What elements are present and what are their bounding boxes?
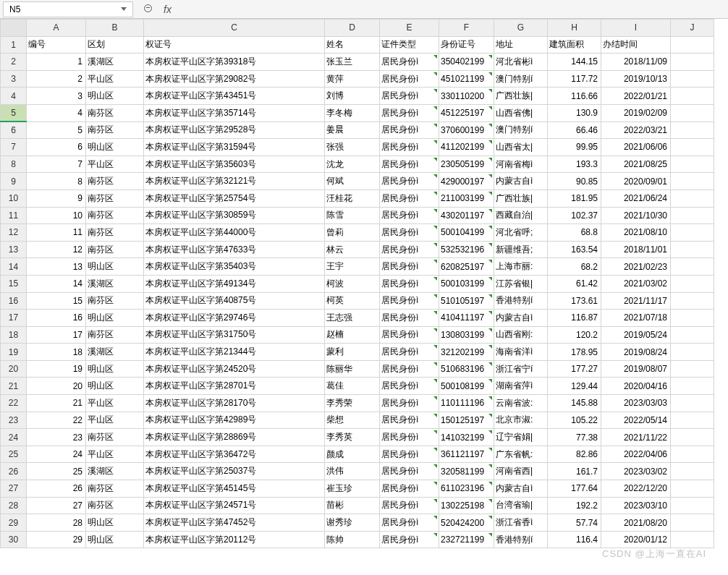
cell[interactable]: 130803199 <box>439 326 494 344</box>
cell[interactable] <box>671 36 714 54</box>
cell[interactable]: 广西壮族| <box>494 189 548 207</box>
cell[interactable]: 张强 <box>325 139 380 156</box>
cell[interactable]: 68.2 <box>548 258 601 276</box>
cell[interactable]: 南芬区 <box>86 480 144 498</box>
row-header[interactable]: 26 <box>1 463 27 480</box>
cell[interactable]: 西藏自治| <box>494 207 548 224</box>
cell[interactable]: 山西省太| <box>494 139 548 156</box>
cell[interactable]: 66.46 <box>548 122 601 139</box>
cell[interactable]: 90.85 <box>548 173 601 190</box>
cell[interactable]: 王志强 <box>325 310 380 327</box>
cell[interactable]: 居民身份ì <box>380 54 439 71</box>
cell[interactable] <box>671 344 714 361</box>
cell[interactable]: 居民身份ì <box>380 412 439 429</box>
cell[interactable]: 李秀英 <box>325 429 380 446</box>
cell[interactable] <box>671 480 714 498</box>
cell[interactable]: 本房权证平山区字第35714号 <box>144 104 325 122</box>
cell[interactable] <box>671 122 714 139</box>
cell[interactable]: 本房权证平山区字第24571号 <box>144 497 325 514</box>
cell[interactable]: 南芬区 <box>86 241 144 258</box>
cell[interactable]: 20 <box>27 378 86 395</box>
cell[interactable]: 明山区 <box>86 139 144 156</box>
cell[interactable]: 本房权证平山区字第35403号 <box>144 258 325 276</box>
cell[interactable]: 429000197 <box>439 173 494 190</box>
cell[interactable] <box>671 531 714 548</box>
cell[interactable] <box>671 360 714 378</box>
cell[interactable]: 湖南省萍ì <box>494 378 548 395</box>
cell[interactable]: 145.88 <box>548 395 601 412</box>
cell[interactable]: 编号 <box>27 36 86 54</box>
column-header-D[interactable]: D <box>325 20 380 37</box>
row-header[interactable]: 28 <box>1 497 27 514</box>
cell[interactable]: 居民身份ì <box>380 446 439 463</box>
cell[interactable]: 620825197 <box>439 258 494 276</box>
cell[interactable]: 2020/01/12 <box>601 531 671 548</box>
cell[interactable]: 178.95 <box>548 344 601 361</box>
cell[interactable]: 本房权证平山区字第28170号 <box>144 395 325 412</box>
row-header[interactable]: 21 <box>1 378 27 395</box>
cell[interactable]: 2019/08/24 <box>601 344 671 361</box>
cell[interactable] <box>671 241 714 258</box>
cell[interactable]: 29 <box>27 531 86 548</box>
cell[interactable]: 2022/05/14 <box>601 412 671 429</box>
cell[interactable]: 26 <box>27 480 86 498</box>
cell[interactable]: 2022/12/20 <box>601 480 671 498</box>
cell[interactable] <box>671 292 714 310</box>
cell[interactable]: 本房权证平山区字第30859号 <box>144 207 325 224</box>
cell[interactable] <box>671 70 714 88</box>
cell[interactable]: 177.64 <box>548 480 601 498</box>
cell[interactable]: 地址 <box>494 36 548 54</box>
row-header[interactable]: 5 <box>1 104 27 122</box>
cell[interactable]: 本房权证平山区字第39318号 <box>144 54 325 71</box>
cell[interactable]: 82.86 <box>548 446 601 463</box>
cell[interactable]: 16 <box>27 310 86 327</box>
column-header-I[interactable]: I <box>601 20 671 37</box>
cell[interactable]: 南芬区 <box>86 173 144 190</box>
row-header[interactable]: 9 <box>1 173 27 190</box>
cell[interactable]: 澳门特别í <box>494 122 548 139</box>
row-header[interactable]: 15 <box>1 275 27 292</box>
cell[interactable]: 溪湖区 <box>86 463 144 480</box>
cell[interactable]: 11 <box>27 224 86 242</box>
cell[interactable]: 居民身份ì <box>380 344 439 361</box>
row-header[interactable]: 27 <box>1 480 27 498</box>
cell[interactable]: 刘博 <box>325 88 380 105</box>
cell[interactable]: 本房权证平山区字第29528号 <box>144 122 325 139</box>
cell[interactable]: 居民身份ì <box>380 480 439 498</box>
cell[interactable]: 广东省帆: <box>494 446 548 463</box>
cell[interactable] <box>671 310 714 327</box>
cell[interactable]: 内蒙古自ì <box>494 480 548 498</box>
cell[interactable]: 120.2 <box>548 326 601 344</box>
cell[interactable]: 19 <box>27 360 86 378</box>
cell[interactable]: 本房权证平山区字第21344号 <box>144 344 325 361</box>
cell[interactable]: 141032199 <box>439 429 494 446</box>
cell[interactable]: 77.38 <box>548 429 601 446</box>
cell[interactable]: 2021/02/23 <box>601 258 671 276</box>
cell[interactable]: 山西省刚: <box>494 326 548 344</box>
cell[interactable]: 8 <box>27 173 86 190</box>
cell[interactable]: 500104199 <box>439 224 494 242</box>
cell[interactable]: 2018/11/01 <box>601 241 671 258</box>
cell[interactable]: 2019/02/09 <box>601 104 671 122</box>
cell[interactable]: 本房权证平山区字第47633号 <box>144 241 325 258</box>
cell[interactable]: 本房权证平山区字第49134号 <box>144 275 325 292</box>
cell[interactable]: 溪湖区 <box>86 344 144 361</box>
row-header[interactable]: 12 <box>1 224 27 242</box>
cell[interactable]: 明山区 <box>86 310 144 327</box>
cell[interactable]: 河北省呼; <box>494 224 548 242</box>
row-header[interactable]: 18 <box>1 326 27 344</box>
cell[interactable]: 平山区 <box>86 156 144 173</box>
cell[interactable]: 建筑面积 <box>548 36 601 54</box>
cell[interactable]: 2021/06/06 <box>601 139 671 156</box>
cell[interactable]: 116.66 <box>548 88 601 105</box>
cell[interactable]: 5 <box>27 122 86 139</box>
cell[interactable]: 云南省波: <box>494 395 548 412</box>
cell[interactable]: 居民身份ì <box>380 104 439 122</box>
cell[interactable]: 南芬区 <box>86 122 144 139</box>
cell[interactable]: 本房权证平山区字第24520号 <box>144 360 325 378</box>
cell[interactable]: 证件类型 <box>380 36 439 54</box>
zoom-out-icon[interactable] <box>143 4 155 15</box>
cell[interactable]: 61.42 <box>548 275 601 292</box>
cell[interactable]: 柯波 <box>325 275 380 292</box>
cell[interactable]: 办结时间 <box>601 36 671 54</box>
